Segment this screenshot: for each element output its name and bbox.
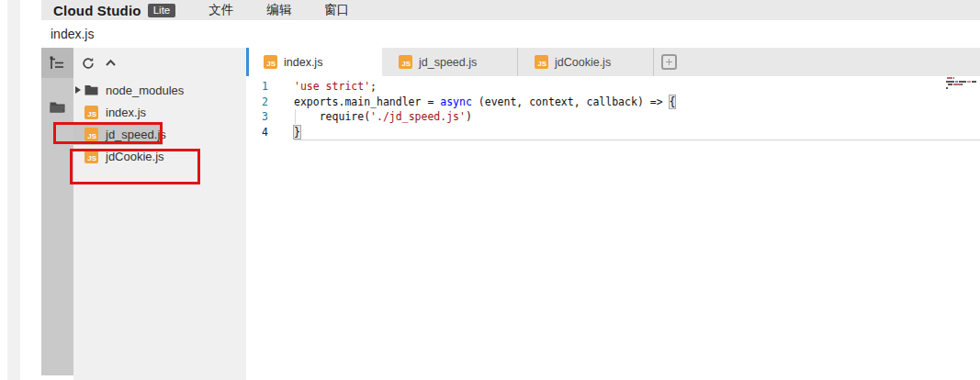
tree-item-index-js[interactable]: JS index.js [73,101,246,123]
line-number: 1 [246,79,268,95]
page-gutter-strip [7,0,20,380]
tree-item-jdcookie-js[interactable]: JS jdCookie.js [73,145,246,167]
js-file-icon: JS [84,128,98,141]
file-tree: node_modules JS index.js JS jd_speed.js … [73,79,246,167]
tab-bar: JS index.js JS jd_speed.js JS jdCookie.j… [246,48,980,76]
tree-item-node-modules[interactable]: node_modules [73,79,246,101]
code-area[interactable]: 1 'use strict'; 2 exports.main_handler =… [246,76,980,140]
tree-item-label: jd_speed.js [106,128,166,141]
code-line[interactable]: 4 } [246,125,980,140]
code-line[interactable]: 1 'use strict'; [246,79,980,95]
cloud-studio-app: Cloud Studio Lite 文件 编辑 窗口 index.js [0,0,980,380]
js-file-icon: JS [535,55,548,69]
minimap[interactable] [946,77,979,94]
refresh-icon [82,57,95,70]
tree-item-label: node_modules [106,84,184,97]
menu-item-file[interactable]: 文件 [208,2,233,18]
editor: JS index.js JS jd_speed.js JS jdCookie.j… [246,48,980,380]
refresh-button[interactable] [82,57,95,70]
sidebar-toolbar [73,48,246,78]
menu-item-edit[interactable]: 编辑 [266,2,291,18]
code-line-text: 'use strict'; [294,79,377,95]
new-tab-button[interactable] [661,54,677,70]
tab-jdcookie-js[interactable]: JS jdCookie.js [518,48,654,76]
app-logo: Cloud Studio [53,3,141,18]
explorer-tree-button[interactable] [41,48,73,78]
active-file-title: index.js [51,27,94,41]
js-file-icon: JS [84,106,98,119]
sidebar: node_modules JS index.js JS jd_speed.js … [73,48,246,380]
line-number: 4 [246,125,268,140]
tree-item-jd-speed-js[interactable]: JS jd_speed.js [73,123,246,145]
activity-bar [41,48,73,375]
indent-guide [295,109,296,124]
collapse-all-button[interactable] [105,58,117,68]
menu-item-window[interactable]: 窗口 [324,2,349,18]
js-file-icon: JS [264,55,277,69]
line-number: 3 [246,109,268,125]
tab-index-js[interactable]: JS index.js [246,48,382,76]
tree-item-label: jdCookie.js [106,150,164,163]
expand-arrow-icon[interactable] [75,86,84,94]
code-line[interactable]: 2 exports.main_handler = async (event, c… [246,95,980,110]
js-file-icon: JS [399,55,412,69]
code-line-text: exports.main_handler = async (event, con… [294,95,675,110]
folder-panel-button[interactable] [41,95,73,118]
folder-icon [84,84,98,95]
folder-icon [50,101,65,113]
outline-tree-icon [50,56,65,70]
chevron-up-icon [105,58,117,68]
menubar: Cloud Studio Lite 文件 编辑 窗口 [41,0,980,20]
line-number: 2 [246,95,268,110]
current-line-highlight [294,140,980,140]
tree-item-label: index.js [106,106,146,119]
code-line-text: } [294,125,300,140]
code-line[interactable]: 3 require('./jd_speed.js') [246,109,980,125]
js-file-icon: JS [84,150,98,163]
titlebar: index.js [41,20,980,48]
lite-badge: Lite [148,4,176,17]
tab-jd-speed-js[interactable]: JS jd_speed.js [382,48,518,76]
code-line-text: require('./jd_speed.js') [294,109,472,125]
